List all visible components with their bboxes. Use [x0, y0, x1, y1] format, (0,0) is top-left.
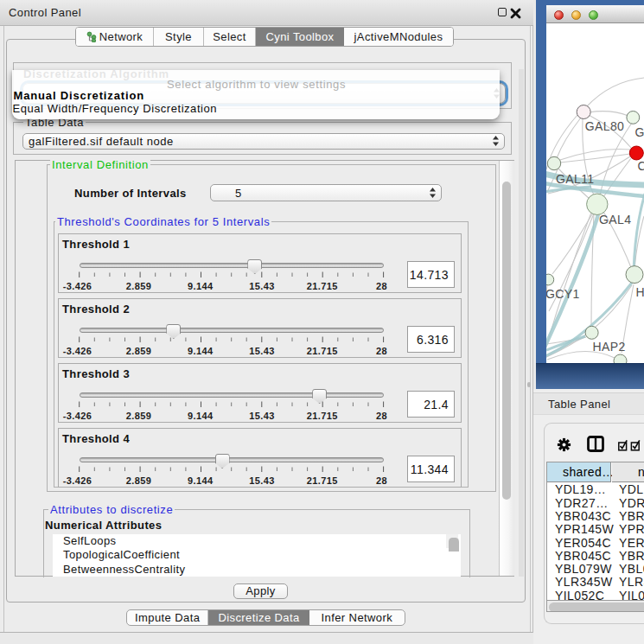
svg-text:HAP2: HAP2 — [593, 340, 626, 354]
svg-text:C: C — [638, 159, 644, 173]
svg-text:GAL11: GAL11 — [556, 172, 595, 186]
svg-text:HI: HI — [636, 285, 644, 299]
svg-text:GAL4: GAL4 — [599, 213, 631, 226]
svg-text:GA: GA — [635, 125, 644, 139]
svg-text:GAL80: GAL80 — [585, 119, 625, 133]
svg-text:GCY1: GCY1 — [546, 287, 580, 301]
